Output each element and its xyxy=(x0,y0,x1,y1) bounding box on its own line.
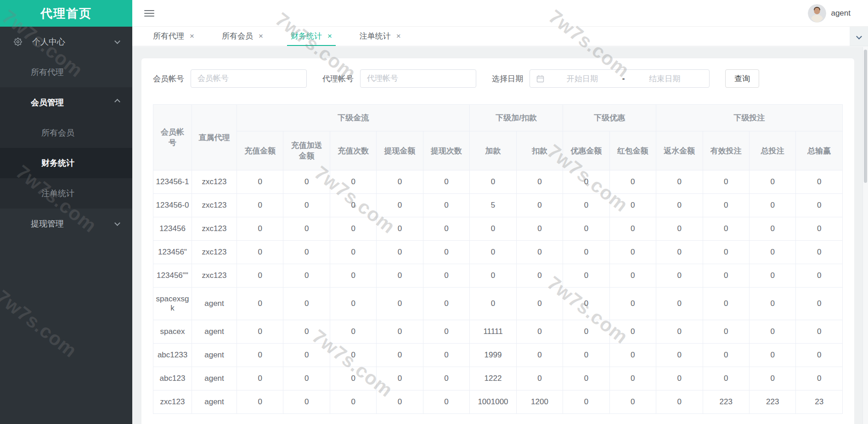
content-area: 会员帐号 代理帐号 选择日期 xyxy=(132,47,868,424)
cell-value: 0 xyxy=(377,390,423,414)
cell-value: 0 xyxy=(237,320,283,344)
sidebar-item-withdraw-management[interactable]: 提现管理 xyxy=(0,209,132,239)
calendar-icon xyxy=(536,75,544,83)
col-withdraw-amount: 提现金额 xyxy=(377,131,423,170)
tab-bar: 所有代理×所有会员×财务统计×注单统计× xyxy=(132,27,868,46)
col-total-bet: 总投注 xyxy=(749,131,795,170)
chevron-up-icon xyxy=(114,99,120,105)
cell-value: 0 xyxy=(749,264,795,288)
menu-toggle-icon[interactable] xyxy=(144,8,154,18)
cell-value: 0 xyxy=(796,241,843,264)
sidebar-item-personal-center[interactable]: 个人中心 xyxy=(0,27,132,57)
col-recharge-count: 充值次数 xyxy=(330,131,376,170)
cell-value: 0 xyxy=(283,367,330,390)
cell-value: 0 xyxy=(283,344,330,367)
sidebar-item-all-members[interactable]: 所有会员 xyxy=(0,118,132,148)
colgroup-downline-cashflow: 下级金流 xyxy=(237,105,470,131)
sidebar-item-finance-stats[interactable]: 财务统计 xyxy=(0,148,132,178)
cell-value: 0 xyxy=(703,170,749,194)
cell-value: 0 xyxy=(563,241,609,264)
tab-finance-stats[interactable]: 财务统计× xyxy=(287,27,336,46)
search-button[interactable]: 查询 xyxy=(725,69,759,88)
table-row: 123456zxc1230000000000000 xyxy=(153,217,843,241)
cell-value: 0 xyxy=(377,367,423,390)
cell-value: 0 xyxy=(609,320,656,344)
date-end-placeholder[interactable]: 结束日期 xyxy=(626,73,703,84)
cell-value: 0 xyxy=(749,367,795,390)
cell-value: 0 xyxy=(749,344,795,367)
cell-value: 0 xyxy=(656,288,703,320)
cell-value: 0 xyxy=(516,367,563,390)
tab-all-members[interactable]: 所有会员× xyxy=(218,27,267,46)
cell-value: 1999 xyxy=(470,344,516,367)
scrollbar-thumb[interactable] xyxy=(864,50,867,183)
cell-member: 123456 xyxy=(153,217,192,241)
tab-close-icon[interactable]: × xyxy=(190,32,194,40)
table-row: 123456-1zxc1230000000000000 xyxy=(153,170,843,194)
cell-agent: agent xyxy=(192,320,237,344)
cell-value: 0 xyxy=(703,217,749,241)
cell-value: 0 xyxy=(423,344,469,367)
table-row: spacexsgkagent0000000000000 xyxy=(153,288,843,320)
member-account-input[interactable] xyxy=(191,69,307,88)
tab-close-icon[interactable]: × xyxy=(396,32,401,40)
col-direct-agent: 直属代理 xyxy=(192,105,237,170)
sidebar-item-member-management[interactable]: 会员管理 xyxy=(0,87,132,118)
cell-value: 0 xyxy=(237,217,283,241)
chevron-down-icon xyxy=(856,34,862,40)
col-redpacket-amount: 红包金额 xyxy=(609,131,656,170)
user-menu[interactable]: agent xyxy=(808,4,851,23)
date-separator: - xyxy=(620,74,627,83)
agent-account-input[interactable] xyxy=(360,69,476,88)
cell-member: zxc123 xyxy=(153,390,192,414)
cell-value: 0 xyxy=(703,320,749,344)
tab-all-agents[interactable]: 所有代理× xyxy=(149,27,198,46)
cell-value: 0 xyxy=(470,288,516,320)
date-select-label: 选择日期 xyxy=(492,73,523,84)
cell-value: 0 xyxy=(796,288,843,320)
cell-value: 0 xyxy=(609,367,656,390)
date-range-picker[interactable]: 开始日期 - 结束日期 xyxy=(530,69,710,88)
sidebar-item-all-agents[interactable]: 所有代理 xyxy=(0,57,132,87)
cell-value: 1200 xyxy=(516,390,563,414)
cell-value: 0 xyxy=(656,320,703,344)
cell-value: 5 xyxy=(470,194,516,217)
cell-value: 0 xyxy=(330,170,376,194)
cell-value: 0 xyxy=(749,320,795,344)
tab-list-dropdown-button[interactable] xyxy=(850,27,868,46)
tab-close-icon[interactable]: × xyxy=(259,32,263,40)
cell-value: 0 xyxy=(609,264,656,288)
col-add-amount: 加款 xyxy=(470,131,516,170)
col-recharge-bonus: 充值加送金额 xyxy=(283,131,330,170)
tab-close-icon[interactable]: × xyxy=(327,32,332,40)
tab-bet-stats[interactable]: 注单统计× xyxy=(356,27,405,46)
cell-value: 0 xyxy=(563,170,609,194)
table-row: zxc123agent000001001000120000022322323 xyxy=(153,390,843,414)
date-start-placeholder[interactable]: 开始日期 xyxy=(544,73,620,84)
cell-value: 0 xyxy=(796,344,843,367)
app-window: 代理首页 个人中心所有代理会员管理所有会员财务统计注单统计提现管理 agent xyxy=(0,0,868,424)
cell-member: 123456" xyxy=(153,241,192,264)
main-area: agent 所有代理×所有会员×财务统计×注单统计× 会员帐号 代理帐号 选择日… xyxy=(132,0,868,424)
scrollbar-track[interactable] xyxy=(862,47,868,424)
cell-value: 0 xyxy=(656,344,703,367)
cell-value: 0 xyxy=(516,344,563,367)
cell-value: 0 xyxy=(703,264,749,288)
cell-value: 0 xyxy=(377,320,423,344)
cell-value: 0 xyxy=(423,367,469,390)
cell-value: 0 xyxy=(609,217,656,241)
cell-value: 0 xyxy=(330,320,376,344)
cell-member: spacexsgk xyxy=(153,288,192,320)
cell-value: 0 xyxy=(703,288,749,320)
cell-value: 0 xyxy=(377,241,423,264)
user-avatar[interactable] xyxy=(808,4,826,23)
tab-label: 注单统计 xyxy=(360,31,391,41)
sidebar-item-bet-stats[interactable]: 注单统计 xyxy=(0,178,132,209)
col-discount-amount: 优惠金额 xyxy=(563,131,609,170)
cell-value: 0 xyxy=(749,217,795,241)
col-valid-bet: 有效投注 xyxy=(703,131,749,170)
sidebar-item-label: 提现管理 xyxy=(31,218,64,229)
cell-member: 123456"" xyxy=(153,264,192,288)
cell-member: 123456-1 xyxy=(153,170,192,194)
cell-value: 0 xyxy=(237,264,283,288)
